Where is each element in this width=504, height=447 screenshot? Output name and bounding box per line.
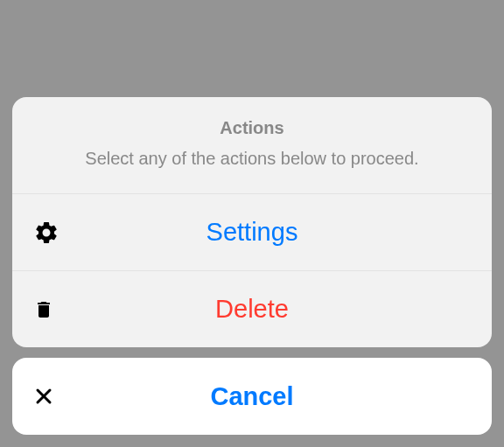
action-sheet-message: Select any of the actions below to proce… xyxy=(30,149,474,169)
trash-icon xyxy=(33,297,63,323)
settings-action[interactable]: Settings xyxy=(12,193,492,270)
action-sheet-title: Actions xyxy=(30,118,474,138)
gear-icon xyxy=(33,220,63,246)
action-sheet-header: Actions Select any of the actions below … xyxy=(12,97,492,193)
cancel-label: Cancel xyxy=(63,382,471,411)
settings-label: Settings xyxy=(63,218,471,247)
action-sheet: Actions Select any of the actions below … xyxy=(12,97,492,347)
cancel-button[interactable]: Cancel xyxy=(12,358,492,435)
delete-action[interactable]: Delete xyxy=(12,270,492,347)
close-icon xyxy=(33,386,63,407)
delete-label: Delete xyxy=(63,295,471,324)
